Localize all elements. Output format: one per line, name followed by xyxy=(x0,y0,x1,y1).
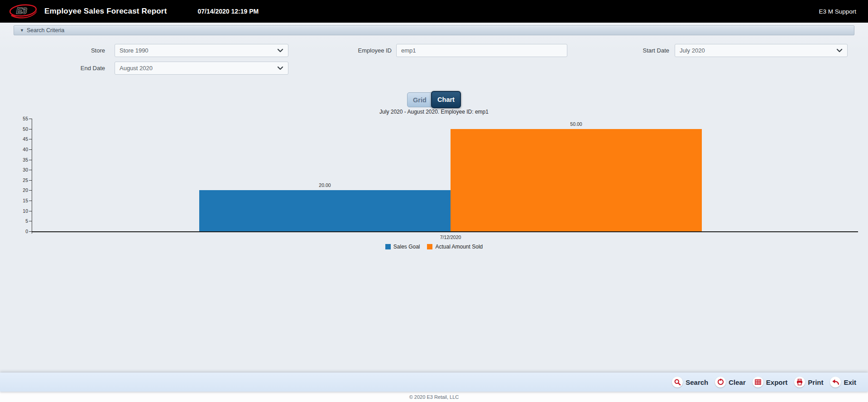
grid-view-button[interactable]: Grid xyxy=(407,92,432,107)
store-label: Store xyxy=(27,44,105,57)
chevron-down-icon xyxy=(277,66,283,70)
chevron-down-icon xyxy=(836,48,843,53)
y-tick-mark xyxy=(29,231,32,232)
employee-id-field-wrap xyxy=(396,44,567,57)
y-tick-mark xyxy=(29,149,32,150)
export-icon xyxy=(753,377,763,388)
search-icon xyxy=(672,377,683,388)
legend-swatch-icon xyxy=(385,244,391,249)
export-button[interactable]: Export xyxy=(753,377,788,388)
clear-button[interactable]: Clear xyxy=(715,377,746,388)
page-title: Employee Sales Forecast Report xyxy=(44,7,167,16)
view-toggle: Grid Chart xyxy=(0,91,868,108)
legend-label: Actual Amount Sold xyxy=(435,244,483,250)
y-tick-label: 35 xyxy=(13,157,28,163)
bar-value-label: 20.00 xyxy=(199,182,451,188)
bar-actual-amount-sold xyxy=(451,129,702,231)
search-criteria-title: Search Criteria xyxy=(27,27,64,34)
y-tick-mark xyxy=(29,211,32,211)
y-axis-line xyxy=(32,119,32,234)
end-date-select[interactable]: August 2020 xyxy=(115,62,288,75)
print-icon xyxy=(794,377,805,388)
employee-id-input[interactable] xyxy=(401,47,562,54)
bar-sales-goal xyxy=(199,190,451,231)
y-tick-label: 0 xyxy=(13,229,28,234)
e3-logo: E3 xyxy=(8,2,38,21)
y-tick-mark xyxy=(29,170,32,170)
employee-id-label: Employee ID xyxy=(315,44,392,57)
y-tick-mark xyxy=(29,221,32,221)
end-date-label: End Date xyxy=(27,62,105,75)
y-tick-mark xyxy=(29,129,32,129)
y-tick-label: 25 xyxy=(13,177,28,183)
page-footer: © 2020 E3 Retail, LLC xyxy=(0,392,868,402)
y-tick-mark xyxy=(29,201,32,201)
y-tick-label: 10 xyxy=(13,208,28,214)
y-tick-mark xyxy=(29,139,32,139)
search-button[interactable]: Search xyxy=(672,377,708,388)
header-datetime: 07/14/2020 12:19 PM xyxy=(198,8,259,15)
copyright-text: © 2020 E3 Retail, LLC xyxy=(409,394,459,400)
bar-chart: 051015202530354045505520.0050.007/12/202… xyxy=(0,115,868,260)
main-area: ▼ Search Criteria Store Store 1990 Emplo… xyxy=(0,23,868,373)
bar-value-label: 50.00 xyxy=(451,121,702,127)
print-button[interactable]: Print xyxy=(794,377,823,388)
collapse-triangle-icon: ▼ xyxy=(20,28,24,33)
chevron-down-icon xyxy=(277,48,283,53)
search-criteria-header[interactable]: ▼ Search Criteria xyxy=(14,25,854,35)
svg-text:E3: E3 xyxy=(16,6,27,15)
y-tick-label: 45 xyxy=(13,136,28,142)
store-select-value: Store 1990 xyxy=(120,47,149,54)
legend-swatch-icon xyxy=(427,244,432,249)
y-tick-label: 40 xyxy=(13,147,28,152)
y-tick-mark xyxy=(29,119,32,119)
y-tick-mark xyxy=(29,180,32,181)
legend-item: Actual Amount Sold xyxy=(427,244,483,250)
x-category-label: 7/12/2020 xyxy=(414,234,487,240)
store-select[interactable]: Store 1990 xyxy=(115,44,288,57)
y-tick-label: 55 xyxy=(13,116,28,121)
y-tick-mark xyxy=(29,190,32,191)
y-tick-label: 20 xyxy=(13,187,28,193)
legend-label: Sales Goal xyxy=(393,244,420,250)
support-link[interactable]: E3 M Support xyxy=(819,8,856,15)
start-date-select[interactable]: July 2020 xyxy=(675,44,848,57)
chart-view-button[interactable]: Chart xyxy=(431,91,461,108)
y-tick-mark xyxy=(29,160,32,160)
y-tick-label: 50 xyxy=(13,126,28,132)
start-date-select-value: July 2020 xyxy=(680,47,705,54)
x-axis-line xyxy=(32,231,858,232)
y-tick-label: 30 xyxy=(13,167,28,172)
y-tick-label: 5 xyxy=(13,218,28,224)
exit-icon xyxy=(830,377,841,388)
end-date-select-value: August 2020 xyxy=(120,65,153,72)
bottom-toolbar: Search Clear Export xyxy=(0,373,868,392)
exit-button[interactable]: Exit xyxy=(830,377,856,388)
start-date-label: Start Date xyxy=(592,44,669,57)
chart-legend: Sales GoalActual Amount Sold xyxy=(0,244,868,250)
chart-title: July 2020 - August 2020. Employee ID: em… xyxy=(0,109,868,115)
clear-icon xyxy=(715,377,726,388)
y-tick-label: 15 xyxy=(13,198,28,203)
app-header: E3 Employee Sales Forecast Report 07/14/… xyxy=(0,0,868,23)
legend-item: Sales Goal xyxy=(385,244,420,250)
